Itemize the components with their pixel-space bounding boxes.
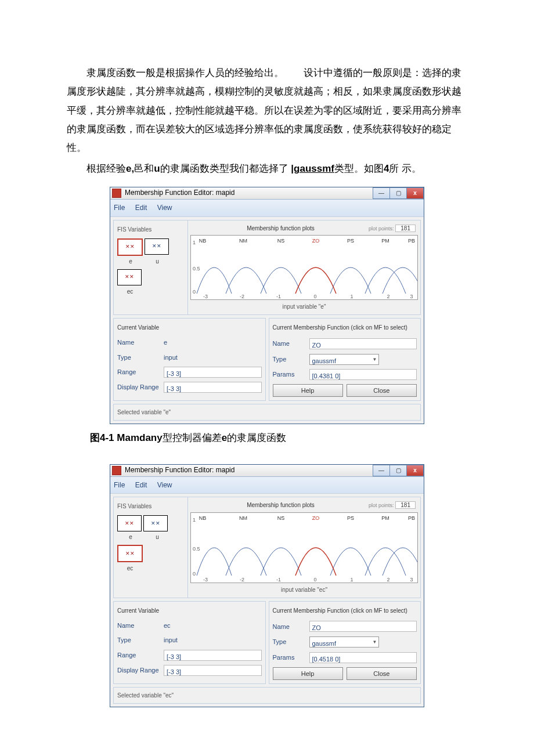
maximize-button[interactable]: ▢ bbox=[389, 187, 407, 199]
mf-params-field[interactable]: [0.4518 0] bbox=[309, 652, 417, 663]
menubar: File Edit View bbox=[110, 477, 424, 494]
svg-text:3: 3 bbox=[410, 577, 413, 583]
fis-variables: FIS Variables ✕✕ ✕✕ eu ✕✕ ec bbox=[114, 220, 188, 314]
display-range-field[interactable]: [-3 3] bbox=[164, 382, 262, 393]
svg-text:-1: -1 bbox=[276, 294, 281, 299]
svg-text:1: 1 bbox=[193, 517, 196, 523]
svg-text:PB: PB bbox=[408, 238, 415, 244]
app-icon bbox=[112, 466, 121, 475]
close-button[interactable]: x bbox=[406, 187, 424, 199]
menu-edit[interactable]: Edit bbox=[135, 481, 147, 489]
close-button[interactable]: x bbox=[406, 465, 424, 476]
var-u[interactable]: ✕✕ bbox=[145, 238, 169, 255]
menubar: File Edit View bbox=[110, 200, 424, 217]
svg-text:PM: PM bbox=[381, 238, 389, 244]
status-bar: Selected variable "ec" bbox=[113, 687, 421, 704]
mf-name-field[interactable]: ZO bbox=[309, 338, 417, 349]
plot-title: Membership function plots bbox=[247, 500, 315, 511]
svg-text:3: 3 bbox=[410, 294, 413, 299]
minimize-button[interactable]: — bbox=[373, 187, 390, 199]
var-ec[interactable]: ✕✕ bbox=[117, 545, 143, 562]
svg-text:NM: NM bbox=[239, 238, 247, 244]
range-field[interactable]: [-3 3] bbox=[164, 367, 262, 378]
current-mf-panel: Current Membership Function (click on MF… bbox=[269, 318, 421, 401]
svg-text:-3: -3 bbox=[203, 294, 208, 299]
svg-text:PS: PS bbox=[347, 515, 354, 521]
window-title: Membership Function Editor: mapid bbox=[125, 186, 373, 200]
plot-title: Membership function plots bbox=[247, 223, 315, 234]
svg-text:-2: -2 bbox=[240, 577, 244, 583]
svg-text:2: 2 bbox=[387, 577, 389, 583]
var-ec[interactable]: ✕✕ bbox=[117, 269, 142, 285]
plot-points-field[interactable]: 181 bbox=[395, 225, 416, 232]
menu-view[interactable]: View bbox=[157, 204, 172, 212]
membership-plot[interactable]: NBNM NSZO PSPM PB -3-2 -10 12 3 10.50 bbox=[190, 512, 418, 583]
svg-text:-3: -3 bbox=[203, 577, 208, 583]
svg-text:PS: PS bbox=[347, 238, 354, 244]
svg-text:1: 1 bbox=[350, 294, 353, 299]
svg-text:0: 0 bbox=[313, 294, 316, 299]
paragraph-2: 根据经验e,邑和u的隶属函数类型我们都选择了 |gaussmf类型。如图4所 示… bbox=[67, 160, 467, 178]
minimize-button[interactable]: — bbox=[373, 465, 390, 476]
current-variable-panel: Current Variable Nameec Typeinput Range[… bbox=[113, 601, 266, 685]
menu-edit[interactable]: Edit bbox=[135, 204, 147, 212]
close-panel-button[interactable]: Close bbox=[347, 384, 417, 397]
var-u[interactable]: ✕✕ bbox=[143, 515, 168, 531]
figure-caption-1: 图4-1 Mamdany型控制器偏差e的隶属度函数 bbox=[90, 429, 467, 447]
svg-text:ZO: ZO bbox=[312, 238, 320, 244]
mf-type-dropdown[interactable]: gaussmf bbox=[309, 636, 379, 648]
titlebar[interactable]: Membership Function Editor: mapid — ▢ x bbox=[110, 187, 424, 200]
svg-text:PM: PM bbox=[381, 515, 389, 521]
display-range-field[interactable]: [-3 3] bbox=[164, 665, 262, 676]
membership-plot[interactable]: NBNM NSZO PSPM PB -3-2 -10 12 3 10.50 bbox=[190, 235, 418, 300]
svg-text:NS: NS bbox=[277, 515, 285, 521]
svg-text:NS: NS bbox=[277, 238, 285, 244]
svg-text:PB: PB bbox=[408, 515, 415, 521]
svg-text:ZO: ZO bbox=[312, 515, 320, 521]
maximize-button[interactable]: ▢ bbox=[389, 465, 407, 476]
svg-text:0: 0 bbox=[193, 571, 196, 577]
menu-file[interactable]: File bbox=[114, 481, 125, 489]
svg-text:NB: NB bbox=[199, 238, 207, 244]
titlebar[interactable]: Membership Function Editor: mapid — ▢ x bbox=[110, 465, 424, 477]
fis-variables: FIS Variables ✕✕ ✕✕ eu ✕✕ ec bbox=[114, 497, 188, 597]
svg-text:0.5: 0.5 bbox=[193, 546, 200, 552]
app-icon bbox=[112, 189, 121, 198]
status-bar: Selected variable "e" bbox=[113, 404, 421, 421]
close-panel-button[interactable]: Close bbox=[347, 667, 417, 680]
svg-text:2: 2 bbox=[387, 294, 389, 299]
svg-text:1: 1 bbox=[350, 577, 353, 583]
svg-text:NB: NB bbox=[199, 515, 207, 521]
window-title: Membership Function Editor: mapid bbox=[125, 464, 373, 477]
plot-points-field[interactable]: 181 bbox=[395, 501, 416, 509]
var-e[interactable]: ✕✕ bbox=[117, 515, 142, 531]
menu-file[interactable]: File bbox=[114, 204, 125, 212]
current-mf-panel: Current Membership Function (click on MF… bbox=[269, 601, 421, 685]
svg-text:1: 1 bbox=[193, 240, 196, 245]
mf-editor-window-e: Membership Function Editor: mapid — ▢ x … bbox=[110, 187, 424, 425]
mf-name-field[interactable]: ZO bbox=[309, 621, 417, 632]
svg-text:NM: NM bbox=[239, 515, 247, 521]
svg-text:-2: -2 bbox=[240, 294, 244, 299]
svg-text:0.5: 0.5 bbox=[193, 266, 200, 272]
svg-text:0: 0 bbox=[313, 577, 316, 583]
help-button[interactable]: Help bbox=[273, 667, 343, 680]
mf-params-field[interactable]: [0.4381 0] bbox=[309, 369, 417, 380]
paragraph-1: 隶属度函数一般是根据操作人员的经验给出。 设计中遵循的一般原则是：选择的隶属度形… bbox=[67, 64, 467, 157]
current-variable-panel: Current Variable Namee Typeinput Range[-… bbox=[113, 318, 266, 401]
mf-editor-window-ec: Membership Function Editor: mapid — ▢ x … bbox=[110, 464, 424, 708]
var-e[interactable]: ✕✕ bbox=[117, 238, 143, 256]
help-button[interactable]: Help bbox=[273, 384, 343, 397]
range-field[interactable]: [-3 3] bbox=[164, 650, 262, 661]
svg-text:-1: -1 bbox=[276, 577, 281, 583]
menu-view[interactable]: View bbox=[157, 481, 172, 489]
mf-type-dropdown[interactable]: gaussmf bbox=[309, 354, 379, 365]
svg-text:0: 0 bbox=[193, 289, 196, 295]
